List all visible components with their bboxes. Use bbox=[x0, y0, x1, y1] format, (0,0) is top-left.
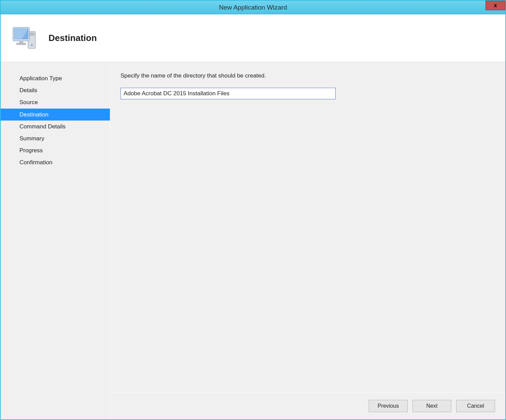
titlebar: New Application Wizard x bbox=[1, 1, 505, 14]
sidebar-item-destination[interactable]: Destination bbox=[1, 109, 110, 121]
wizard-window: New Application Wizard x bbox=[0, 0, 506, 420]
main-panel: Specify the name of the directory that s… bbox=[110, 62, 505, 419]
wizard-footer: Previous Next Cancel bbox=[110, 392, 505, 419]
main-content: Specify the name of the directory that s… bbox=[110, 62, 505, 392]
svg-rect-2 bbox=[29, 34, 34, 36]
sidebar-item-summary[interactable]: Summary bbox=[1, 132, 110, 144]
sidebar-item-command-details[interactable]: Command Details bbox=[1, 121, 110, 132]
sidebar-item-source[interactable]: Source bbox=[1, 96, 110, 108]
wizard-sidebar: Application Type Details Source Destinat… bbox=[1, 62, 110, 419]
page-title: Destination bbox=[48, 33, 97, 43]
close-icon: x bbox=[494, 2, 497, 9]
next-button[interactable]: Next bbox=[412, 400, 451, 412]
svg-rect-1 bbox=[29, 33, 34, 34]
sidebar-item-details[interactable]: Details bbox=[1, 84, 110, 96]
cancel-button[interactable]: Cancel bbox=[456, 400, 495, 412]
svg-rect-7 bbox=[19, 41, 23, 43]
close-button[interactable]: x bbox=[486, 1, 505, 10]
sidebar-item-confirmation[interactable]: Confirmation bbox=[1, 156, 110, 168]
svg-point-3 bbox=[31, 44, 33, 46]
previous-button[interactable]: Previous bbox=[369, 400, 408, 412]
body-area: Application Type Details Source Destinat… bbox=[1, 62, 505, 419]
instruction-label: Specify the name of the directory that s… bbox=[121, 72, 495, 79]
directory-name-input[interactable] bbox=[121, 88, 336, 99]
sidebar-item-progress[interactable]: Progress bbox=[1, 144, 110, 156]
computer-icon bbox=[11, 25, 38, 52]
header-area: Destination bbox=[1, 14, 505, 62]
svg-rect-8 bbox=[16, 43, 26, 45]
window-title: New Application Wizard bbox=[219, 4, 287, 11]
sidebar-item-application-type[interactable]: Application Type bbox=[1, 72, 110, 84]
